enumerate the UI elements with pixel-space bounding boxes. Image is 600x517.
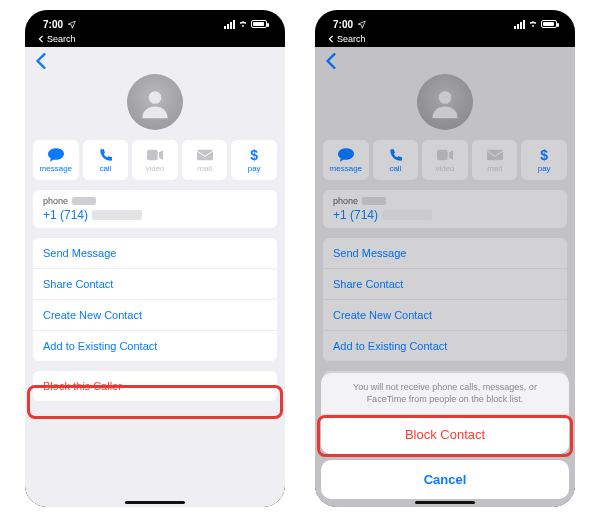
share-contact-row[interactable]: Share Contact — [33, 269, 277, 300]
home-indicator[interactable] — [125, 501, 185, 504]
video-label: video — [145, 164, 164, 173]
phone-card[interactable]: phone +1 (714) — [33, 190, 277, 228]
back-to-search[interactable]: Search — [25, 34, 285, 47]
block-contact-button[interactable]: Block Contact — [321, 415, 569, 454]
signal-icon — [224, 20, 235, 29]
status-bar: 7:00 — [315, 10, 575, 34]
wifi-icon — [238, 20, 248, 28]
back-to-search[interactable]: Search — [315, 34, 575, 47]
chevron-left-icon — [37, 35, 45, 43]
message-button[interactable]: message — [33, 140, 79, 180]
person-icon — [137, 84, 173, 120]
block-this-caller-row[interactable]: Block this Caller — [33, 371, 277, 401]
phone-right: 7:00 Search — [315, 10, 575, 507]
add-to-existing-row[interactable]: Add to Existing Contact — [33, 331, 277, 361]
create-new-contact-row[interactable]: Create New Contact — [33, 300, 277, 331]
phone-redacted — [92, 210, 142, 220]
chevron-left-icon — [35, 53, 47, 69]
mail-button: mail — [182, 140, 228, 180]
call-button[interactable]: call — [83, 140, 129, 180]
battery-icon — [251, 20, 267, 28]
avatar — [127, 74, 183, 130]
wifi-icon — [528, 20, 538, 28]
pay-button[interactable]: $ pay — [231, 140, 277, 180]
battery-icon — [541, 20, 557, 28]
status-bar: 7:00 — [25, 10, 285, 34]
signal-icon — [514, 20, 525, 29]
message-label: message — [40, 164, 72, 173]
back-button[interactable] — [35, 53, 47, 73]
svg-point-0 — [149, 91, 162, 104]
mail-label: mail — [197, 164, 212, 173]
phone-badge — [72, 197, 96, 205]
pay-icon: $ — [250, 147, 258, 163]
video-button: video — [132, 140, 178, 180]
back-label: Search — [337, 34, 366, 44]
cancel-button[interactable]: Cancel — [321, 460, 569, 499]
home-indicator[interactable] — [415, 501, 475, 504]
actions-list: Send Message Share Contact Create New Co… — [33, 238, 277, 361]
phone-type-label: phone — [43, 196, 68, 206]
phone-icon — [98, 147, 112, 163]
action-row: message call video mail $ pay — [25, 140, 285, 180]
phone-left: 7:00 Search — [25, 10, 285, 507]
phone-number: +1 (714) — [43, 208, 88, 222]
status-time: 7:00 — [333, 19, 353, 30]
svg-rect-2 — [197, 150, 213, 161]
action-sheet: You will not receive phone calls, messag… — [321, 373, 569, 499]
mail-icon — [197, 147, 213, 163]
call-label: call — [99, 164, 111, 173]
svg-rect-1 — [147, 150, 158, 161]
back-label: Search — [47, 34, 76, 44]
location-icon — [357, 20, 366, 29]
message-icon — [48, 147, 64, 163]
status-time: 7:00 — [43, 19, 63, 30]
sheet-message: You will not receive phone calls, messag… — [321, 373, 569, 415]
location-icon — [67, 20, 76, 29]
video-icon — [147, 147, 163, 163]
nav-bar — [25, 47, 285, 74]
send-message-row[interactable]: Send Message — [33, 238, 277, 269]
chevron-left-icon — [327, 35, 335, 43]
pay-label: pay — [248, 164, 261, 173]
